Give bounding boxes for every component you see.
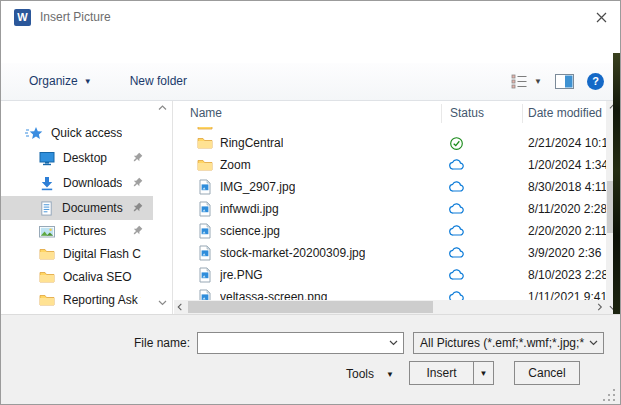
sidebar-scroll-down-icon[interactable] (158, 300, 167, 306)
close-button[interactable] (588, 5, 614, 29)
folder-icon (197, 157, 213, 173)
file-date-modified: 8/10/2023 2:28 (528, 268, 606, 282)
insert-dropdown-button[interactable]: ▼ (473, 362, 493, 384)
chevron-down-icon (589, 340, 598, 346)
file-name: veltassa-screen.png (220, 290, 327, 300)
sidebar-item-folder[interactable]: Digital Flash Car (1, 242, 153, 266)
navigation-row: › This PC › Documents (1, 33, 620, 63)
close-icon (596, 12, 607, 23)
image-file-icon (197, 267, 213, 283)
column-header-date-modified[interactable]: Date modified (528, 106, 606, 120)
desktop-icon (39, 151, 55, 166)
cancel-button[interactable]: Cancel (514, 361, 580, 385)
sidebar-item-label: Pictures (63, 224, 106, 238)
file-type-value: All Pictures (*.emf;*.wmf;*.jpg;* (414, 336, 589, 350)
chevron-down-icon: ▼ (84, 77, 92, 86)
column-headers: Name Status Date modified (173, 101, 606, 127)
scrollbar-thumb[interactable] (188, 301, 433, 313)
folder-icon (197, 135, 213, 151)
status-synced-icon (449, 136, 464, 151)
tools-label: Tools (346, 367, 374, 381)
pictures-icon (39, 224, 55, 239)
file-name-label: File name: (134, 332, 190, 354)
file-row[interactable]: veltassa-screen.png 1/11/2021 9:41 (173, 286, 606, 300)
sidebar-item-label: Digital Flash Car (63, 247, 141, 261)
file-row[interactable]: jre.PNG 8/10/2023 2:28 (173, 264, 606, 286)
column-header-status[interactable]: Status (450, 106, 484, 120)
file-date-modified: 3/9/2020 2:36 (528, 246, 606, 260)
dialog-footer: File name: All Pictures (*.emf;*.wmf;*.j… (1, 314, 620, 405)
chevron-down-icon: ▼ (386, 370, 394, 379)
sidebar-item-label: Reporting Ask fr (63, 293, 141, 307)
file-date-modified: 8/30/2018 4:11 (528, 180, 606, 194)
sidebar-item-desktop[interactable]: Desktop (1, 146, 153, 170)
file-name: stock-market-20200309.jpg (220, 246, 365, 260)
views-button[interactable]: ▼ (511, 74, 542, 89)
column-divider[interactable] (441, 104, 442, 123)
status-cloud-icon (449, 246, 465, 259)
sidebar-item-downloads[interactable]: Downloads (1, 171, 153, 195)
new-folder-button[interactable]: New folder (130, 74, 187, 88)
sidebar-item-label: Documents (62, 201, 123, 215)
file-type-dropdown[interactable]: All Pictures (*.emf;*.wmf;*.jpg;* (413, 332, 604, 354)
insert-button[interactable]: Insert (410, 366, 473, 380)
status-cloud-icon (449, 224, 465, 237)
tools-button[interactable]: Tools ▼ (346, 362, 394, 386)
preview-pane-button[interactable] (555, 74, 574, 89)
file-row[interactable]: Zoom 1/20/2024 1:34 (173, 154, 606, 176)
preview-pane-icon (555, 74, 574, 89)
help-button[interactable]: ? (587, 73, 604, 90)
file-row[interactable]: science.jpg 2/20/2020 2:11 (173, 220, 606, 242)
word-app-icon: W (14, 9, 31, 26)
organize-label: Organize (29, 74, 78, 88)
sidebar-item-label: Quick access (51, 126, 122, 140)
background-behind-dialog (613, 53, 621, 314)
file-name: Zoom (220, 158, 251, 172)
sidebar-scroll-up-icon[interactable] (158, 105, 167, 111)
file-name: jre.PNG (220, 268, 263, 282)
file-name-combobox (197, 332, 404, 354)
organize-button[interactable]: Organize ▼ (29, 74, 92, 88)
file-row[interactable]: stock-market-20200309.jpg 3/9/2020 2:36 (173, 242, 606, 264)
resize-grip-icon[interactable] (603, 389, 615, 401)
file-name-input[interactable] (198, 334, 389, 352)
image-file-icon (197, 289, 213, 300)
file-name: infwwdi.jpg (220, 202, 279, 216)
image-file-icon (197, 179, 213, 195)
column-header-name[interactable]: Name (190, 106, 222, 120)
pin-icon (130, 223, 146, 239)
image-file-icon (197, 201, 213, 217)
horizontal-scrollbar[interactable] (174, 300, 606, 314)
sidebar-item-folder[interactable]: Ocaliva SEO (1, 265, 153, 289)
file-date-modified: 8/11/2020 2:28 (528, 202, 606, 216)
status-cloud-icon (449, 290, 465, 300)
image-file-icon (197, 223, 213, 239)
cancel-label: Cancel (528, 366, 565, 380)
sidebar-item-label: Ocaliva SEO (63, 270, 132, 284)
insert-picture-dialog: W Insert Picture › This PC › Documents (0, 0, 621, 405)
sidebar-item-pictures[interactable]: Pictures (1, 219, 153, 243)
pin-icon (130, 200, 146, 216)
downloads-icon (39, 176, 55, 191)
file-date-modified: 2/21/2024 10:1 (528, 136, 606, 150)
file-row[interactable]: RingCentral 2/21/2024 10:1 (173, 132, 606, 154)
insert-split-button[interactable]: Insert ▼ (409, 361, 494, 385)
chevron-down-icon: ▼ (480, 369, 488, 378)
file-rows: RingCentral 2/21/2024 10:1 Zoom 1/20/202… (173, 127, 606, 300)
file-row[interactable]: IMG_2907.jpg 8/30/2018 4:11 (173, 176, 606, 198)
pin-icon (130, 150, 146, 166)
sidebar-item-documents[interactable]: Documents (1, 196, 153, 220)
sidebar-item-quick-access[interactable]: Quick access (1, 121, 153, 145)
file-row[interactable]: infwwdi.jpg 8/11/2020 2:28 (173, 198, 606, 220)
title-bar: W Insert Picture (1, 1, 620, 33)
folder-icon (39, 269, 55, 285)
sidebar-item-label: Downloads (63, 176, 122, 190)
scroll-right-icon[interactable] (597, 303, 603, 311)
content-area: Quick access Desktop Downloads Documents… (1, 101, 620, 314)
column-divider[interactable] (522, 104, 523, 123)
status-cloud-icon (449, 158, 465, 171)
scroll-left-icon[interactable] (177, 303, 183, 311)
details-view-icon (511, 74, 528, 89)
new-folder-label: New folder (130, 74, 187, 88)
chevron-down-icon[interactable] (389, 340, 398, 346)
